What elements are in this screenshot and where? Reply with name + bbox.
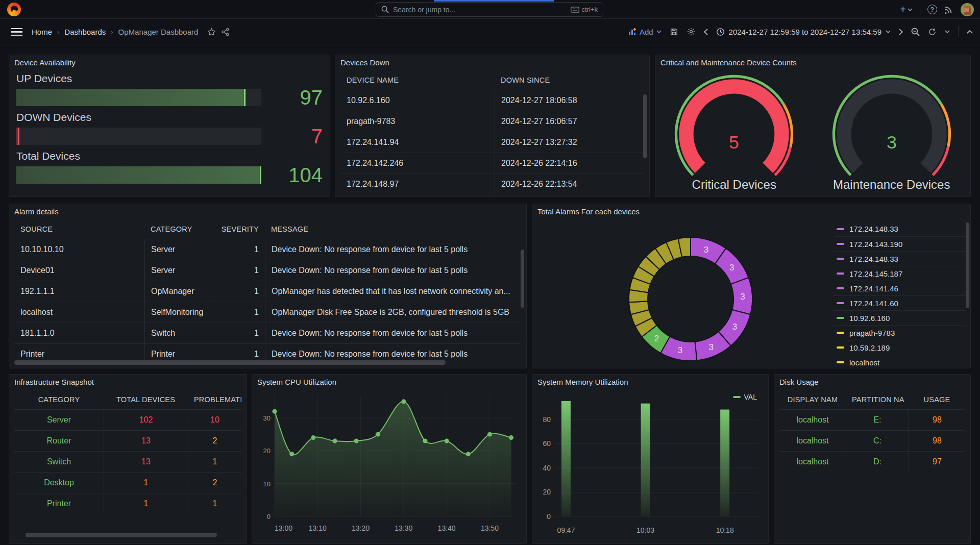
legend-item[interactable]: localhost: [834, 355, 966, 368]
memory-legend-item[interactable]: VAL: [733, 393, 757, 401]
table-cell: Device Down: No response from device for…: [265, 260, 521, 281]
disk-usage-table: DISPLAY NAMPARTITION NAUSAGElocalhostE:9…: [774, 390, 970, 472]
time-forward-chevron-icon[interactable]: [899, 29, 903, 35]
zoom-out-icon[interactable]: [911, 28, 920, 36]
donut-legend: 172.24.148.33172.24.143.190172.24.148.33…: [834, 221, 966, 368]
legend-item[interactable]: 172.24.145.187: [834, 266, 966, 281]
table-cell: Server: [144, 239, 210, 260]
vertical-scrollbar[interactable]: [521, 250, 524, 308]
vertical-scrollbar[interactable]: [643, 94, 647, 158]
table-header-row: CATEGORYTOTAL DEVICESPROBLEMATIC: [14, 390, 241, 409]
legend-swatch: [837, 302, 844, 304]
panel-title[interactable]: Critical and Maintenance Device Counts: [655, 55, 970, 70]
horizontal-scrollbar[interactable]: [14, 360, 446, 365]
new-plus-button[interactable]: +: [900, 4, 913, 15]
table-cell: 10: [188, 410, 241, 430]
panel-title[interactable]: Total Alarms For each devices: [532, 204, 970, 219]
table-cell: Device Down: No response from device for…: [265, 323, 521, 343]
legend-item[interactable]: pragath-9783: [834, 325, 966, 340]
panel-title[interactable]: System CPU Utilization: [252, 375, 526, 390]
bar-gauge-label: UP Devices: [16, 72, 323, 85]
gauge-label: Maintenance Devices: [833, 178, 950, 192]
legend-item[interactable]: 172.24.143.190: [834, 236, 966, 251]
bar-gauge-track: [16, 128, 261, 145]
table-cell: 192.1.1.1: [14, 281, 144, 302]
favorite-star-icon[interactable]: [207, 28, 216, 36]
table-cell: 1: [188, 452, 241, 472]
breadcrumb-separator: ›: [57, 28, 59, 36]
legend-label: localhost: [849, 358, 879, 367]
chevron-down-icon: [656, 30, 662, 33]
search-bar[interactable]: ctrl+k: [376, 2, 603, 17]
panel-title[interactable]: Devices Down: [335, 55, 649, 70]
table-cell: OpManager Disk Free Space is 2GB, config…: [265, 302, 521, 323]
panel-title[interactable]: Infrastructure Snapshot: [9, 375, 247, 390]
table-row: localhostD:97: [779, 451, 965, 472]
user-avatar[interactable]: [961, 3, 974, 16]
legend-item[interactable]: 172.24.148.33: [834, 251, 966, 266]
legend-scrollbar[interactable]: [966, 222, 969, 308]
svg-text:80: 80: [543, 415, 551, 424]
grafana-logo-icon[interactable]: [7, 3, 21, 16]
svg-text:2: 2: [654, 334, 659, 343]
table-header-row: SOURCECATEGORYSEVERITYMESSAGE: [14, 219, 521, 239]
legend-label: 10.59.2.189: [849, 343, 890, 352]
panel-memory-utilization: System Memory Utilization 02040608009:47…: [532, 374, 769, 544]
refresh-icon[interactable]: [928, 28, 937, 36]
help-icon[interactable]: ?: [927, 5, 937, 14]
column-header: PROBLEMATIC: [188, 390, 241, 409]
table-row: Router132: [14, 430, 241, 451]
breadcrumb-home[interactable]: Home: [32, 28, 52, 36]
table-cell: D:: [846, 452, 909, 472]
breadcrumb-dashboards[interactable]: Dashboards: [64, 28, 106, 36]
table-row: 172.24.141.942024-12-27 13:27:32: [340, 132, 644, 153]
table-cell: 1: [210, 260, 265, 281]
horizontal-scrollbar[interactable]: [26, 533, 217, 537]
search-input[interactable]: [393, 6, 567, 14]
news-rss-icon[interactable]: [944, 5, 953, 14]
menu-hamburger-icon[interactable]: [11, 28, 22, 36]
panel-title[interactable]: System Memory Utilization: [532, 375, 768, 390]
svg-text:13:00: 13:00: [275, 524, 292, 532]
table-cell: 2024-12-26 22:14:16: [495, 153, 644, 174]
time-back-chevron-icon[interactable]: [704, 29, 708, 35]
settings-gear-icon[interactable]: [687, 27, 696, 36]
bar-gauge-track: [16, 166, 261, 184]
add-panel-button[interactable]: Add: [628, 28, 662, 36]
share-icon[interactable]: [221, 28, 230, 36]
svg-text:20: 20: [263, 447, 271, 455]
collapse-toolbar-icon[interactable]: [967, 30, 973, 34]
table-cell: Switch: [144, 323, 210, 343]
chevron-down-icon: [908, 8, 913, 11]
table-row: localhostSelfMonitoring1OpManager Disk F…: [14, 302, 521, 323]
table-header-row: DEVICE NAMEDOWN SINCE: [340, 70, 644, 90]
save-dashboard-icon[interactable]: [670, 28, 678, 36]
table-cell: 1: [210, 239, 265, 260]
gauge-chart: 5: [671, 72, 797, 178]
legend-item[interactable]: 172.24.141.46: [834, 281, 966, 295]
table-row: Device01Server1Device Down: No response …: [14, 260, 521, 281]
panel-title[interactable]: Disk Usage: [774, 375, 970, 390]
bar-gauge-track: [16, 89, 261, 106]
column-header: USAGE: [909, 390, 965, 409]
legend-item[interactable]: 10.92.6.160: [834, 310, 966, 325]
legend-swatch: [837, 361, 844, 363]
legend-item[interactable]: 10.59.2.189: [834, 340, 966, 355]
legend-item[interactable]: 172.24.141.60: [834, 295, 966, 310]
alarm-details-table: SOURCECATEGORYSEVERITYMESSAGE10.10.10.10…: [9, 219, 526, 364]
bar-gauge: Total Devices104: [16, 150, 323, 185]
panel-title[interactable]: Device Availability: [9, 55, 330, 70]
refresh-interval-dropdown[interactable]: [945, 30, 950, 33]
svg-text:3: 3: [732, 322, 737, 332]
table-row: 192.1.1.1OpManager1OpManager has detecte…: [14, 281, 521, 302]
table-cell: Device01: [14, 260, 144, 281]
panel-title[interactable]: Alarm details: [9, 204, 526, 219]
bar-gauge-list: UP Devices97DOWN Devices7Total Devices10…: [9, 70, 330, 185]
table-cell: pragath-9783: [340, 111, 495, 132]
top-progress-strip: [434, 0, 554, 2]
legend-label: 172.24.143.190: [849, 240, 902, 249]
legend-label: 10.92.6.160: [849, 314, 890, 323]
time-range-picker[interactable]: 2024-12-27 12:59:59 to 2024-12-27 13:54:…: [716, 28, 891, 36]
dashboard-toolbar: Home › Dashboards › OpManager Dasbboard …: [0, 19, 980, 44]
legend-item[interactable]: 172.24.148.33: [834, 221, 966, 236]
